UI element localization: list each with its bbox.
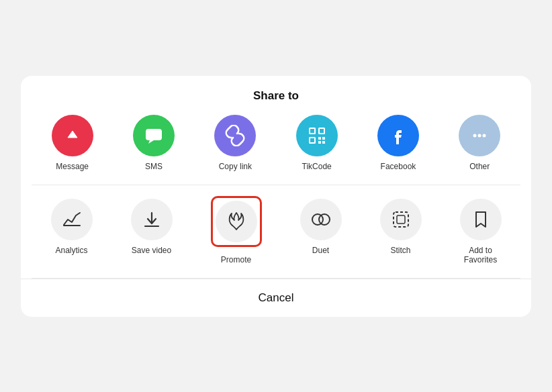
duet-label: Duet — [312, 246, 329, 255]
action-item-save-video[interactable]: Save video — [131, 199, 173, 264]
analytics-icon-circle — [51, 199, 93, 240]
tikcode-label: TikCode — [302, 162, 332, 171]
share-item-copy-link[interactable]: Copy link — [214, 115, 256, 171]
action-row: Analytics Save video — [21, 185, 531, 278]
share-item-other[interactable]: Other — [459, 115, 500, 171]
svg-rect-12 — [322, 141, 325, 144]
add-favorites-label: Add toFavorites — [464, 246, 497, 264]
promote-icon-circle — [216, 201, 257, 242]
message-icon-circle — [52, 115, 93, 156]
facebook-icon-circle — [377, 115, 419, 156]
add-favorites-icon — [471, 209, 490, 230]
action-item-stitch[interactable]: Stitch — [380, 199, 422, 264]
stitch-icon — [391, 209, 411, 230]
save-video-label: Save video — [132, 246, 171, 255]
svg-point-15 — [483, 134, 486, 137]
svg-rect-8 — [310, 138, 314, 142]
duet-icon — [310, 210, 332, 229]
other-label: Other — [469, 162, 490, 171]
other-icon-circle — [459, 115, 500, 156]
message-label: Message — [56, 162, 89, 171]
analytics-icon — [62, 210, 82, 229]
tikcode-icon — [306, 124, 328, 147]
share-row: Message SMS Copy link — [21, 115, 531, 185]
duet-icon-circle — [300, 199, 342, 240]
copy-link-icon — [224, 125, 246, 146]
stitch-label: Stitch — [390, 246, 410, 255]
svg-point-13 — [473, 134, 477, 137]
message-icon — [62, 126, 83, 146]
cancel-button[interactable]: Cancel — [21, 279, 531, 317]
svg-rect-9 — [318, 137, 321, 140]
svg-rect-10 — [322, 137, 325, 140]
svg-rect-6 — [310, 129, 314, 133]
action-item-analytics[interactable]: Analytics — [51, 199, 93, 264]
svg-point-14 — [478, 134, 481, 137]
save-video-icon — [142, 210, 161, 229]
svg-rect-7 — [320, 129, 324, 133]
sms-icon-circle — [133, 115, 175, 156]
share-item-tikcode[interactable]: TikCode — [296, 115, 338, 171]
copy-link-icon-circle — [214, 115, 256, 156]
sheet-title: Share to — [21, 76, 531, 115]
svg-rect-1 — [146, 129, 162, 140]
facebook-label: Facebook — [381, 162, 416, 171]
svg-rect-21 — [394, 212, 408, 227]
svg-point-20 — [319, 214, 330, 225]
promote-highlight-border — [211, 196, 262, 247]
share-item-sms[interactable]: SMS — [133, 115, 175, 171]
promote-label: Promote — [221, 255, 251, 264]
tikcode-icon-circle — [296, 115, 338, 156]
save-video-icon-circle — [131, 199, 173, 240]
add-favorites-icon-circle — [460, 199, 502, 240]
action-item-promote[interactable]: Promote — [211, 199, 262, 264]
svg-rect-22 — [397, 215, 405, 224]
svg-marker-0 — [68, 131, 77, 138]
share-sheet: Share to Message SMS — [21, 76, 531, 317]
copy-link-label: Copy link — [219, 162, 252, 171]
sms-label: SMS — [145, 162, 163, 171]
action-item-add-favorites[interactable]: Add toFavorites — [460, 199, 502, 264]
svg-marker-2 — [148, 140, 154, 144]
share-item-message[interactable]: Message — [52, 115, 93, 171]
action-item-duet[interactable]: Duet — [300, 199, 342, 264]
svg-rect-11 — [318, 141, 321, 144]
sms-icon — [143, 126, 165, 146]
promote-icon — [226, 211, 246, 232]
analytics-label: Analytics — [55, 246, 87, 255]
facebook-icon — [387, 125, 409, 146]
other-icon — [469, 125, 490, 146]
share-item-facebook[interactable]: Facebook — [377, 115, 419, 171]
stitch-icon-circle — [380, 199, 422, 240]
